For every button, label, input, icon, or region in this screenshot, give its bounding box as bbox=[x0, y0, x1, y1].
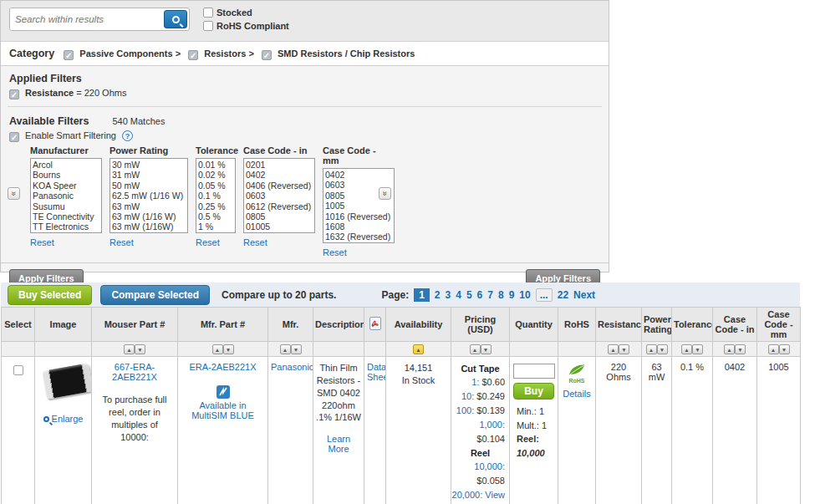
sort-asc-icon[interactable]: ▲ bbox=[470, 344, 481, 354]
category-item-smd[interactable]: SMD Resistors / Chip Resistors bbox=[278, 48, 415, 59]
buy-button[interactable]: Buy bbox=[513, 383, 554, 400]
filter-option[interactable]: TE Connectivity bbox=[33, 211, 99, 221]
price-qty-link[interactable]: 10,000: bbox=[474, 461, 505, 471]
page-link[interactable]: 9 bbox=[509, 289, 515, 301]
applied-filter-checkbox[interactable]: ✓ bbox=[9, 89, 19, 99]
help-icon[interactable]: ? bbox=[122, 130, 133, 141]
page-link[interactable]: 3 bbox=[446, 289, 451, 301]
filter-option[interactable]: TT Electronics bbox=[33, 221, 99, 232]
filter-option[interactable]: 0402 bbox=[325, 170, 392, 180]
category-item-passive[interactable]: Passive Components > bbox=[79, 48, 181, 59]
filter-option[interactable]: 63 mW (1/16 W) bbox=[112, 211, 186, 221]
sort-desc-icon[interactable]: ▼ bbox=[291, 344, 302, 354]
price-qty-link[interactable]: 1: bbox=[471, 377, 479, 387]
sort-desc-icon[interactable]: ▼ bbox=[735, 344, 746, 354]
page-link[interactable]: 8 bbox=[498, 289, 504, 301]
filter-option[interactable]: KOA Speer bbox=[33, 181, 99, 191]
filter-option[interactable]: 0.5 % bbox=[198, 211, 233, 221]
category-checkbox-smd[interactable]: ✓ bbox=[262, 50, 272, 60]
collapse-filters-right-icon[interactable]: » bbox=[379, 187, 391, 200]
filter-option[interactable]: 63 mW bbox=[112, 201, 186, 211]
filter-option[interactable]: Bourns bbox=[33, 170, 99, 180]
smart-filtering-checkbox[interactable]: ✓ bbox=[9, 132, 19, 142]
sort-asc-icon[interactable]: ▲ bbox=[608, 344, 619, 354]
page-link[interactable]: 7 bbox=[487, 289, 493, 301]
page-link[interactable]: 10 bbox=[519, 289, 530, 301]
price-qty-link[interactable]: 1,000: bbox=[479, 420, 505, 430]
sort-desc-icon[interactable]: ▼ bbox=[692, 344, 703, 354]
page-link[interactable]: 6 bbox=[477, 289, 483, 301]
sort-asc-icon[interactable]: ▲ bbox=[280, 344, 291, 354]
page-next-link[interactable]: Next bbox=[573, 289, 595, 301]
search-input[interactable] bbox=[10, 8, 162, 30]
reset-link[interactable]: Reset bbox=[30, 237, 54, 247]
filter-option[interactable]: 50 mW bbox=[112, 181, 186, 191]
sort-asc-icon[interactable]: ▲ bbox=[124, 344, 135, 354]
filter-option[interactable]: 30 mW bbox=[112, 160, 186, 170]
filter-option[interactable]: 1608 bbox=[325, 221, 392, 232]
filter-option[interactable]: 1 % bbox=[198, 221, 233, 232]
filter-option[interactable]: 0603 bbox=[246, 191, 313, 201]
filter-list-power-rating[interactable]: 30 mW 31 mW 50 mW 62.5 mW (1/16 W) 63 mW… bbox=[110, 158, 188, 233]
reset-link[interactable]: Reset bbox=[196, 237, 220, 247]
price-view-link[interactable]: View bbox=[485, 490, 505, 500]
row-select-checkbox[interactable] bbox=[13, 365, 23, 375]
filter-option[interactable]: 0.05 % bbox=[198, 181, 233, 191]
category-checkbox-passive[interactable]: ✓ bbox=[64, 50, 74, 60]
filter-option[interactable]: Susumu bbox=[33, 201, 99, 211]
rohs-compliant-checkbox[interactable] bbox=[203, 21, 213, 31]
category-checkbox-resistors[interactable]: ✓ bbox=[188, 50, 198, 60]
reset-link[interactable]: Reset bbox=[323, 247, 347, 257]
filter-option[interactable]: 0.01 % bbox=[198, 160, 233, 170]
filter-option[interactable]: 0805 bbox=[246, 211, 313, 221]
filter-option[interactable]: 0201 bbox=[246, 160, 313, 170]
filter-option[interactable]: 31 mW bbox=[112, 170, 186, 180]
filter-list-manufacturer[interactable]: Arcol Bourns KOA Speer Panasonic Susumu … bbox=[30, 158, 102, 233]
collapse-filters-left-icon[interactable]: » bbox=[8, 187, 20, 200]
part-image[interactable] bbox=[42, 363, 91, 399]
sort-desc-icon[interactable]: ▼ bbox=[135, 344, 145, 354]
price-qty-link[interactable]: 10: bbox=[461, 391, 474, 401]
price-qty-link[interactable]: 20,000: bbox=[452, 490, 483, 500]
learn-more-link[interactable]: Learn More bbox=[316, 434, 361, 454]
filter-option[interactable]: 1005 bbox=[325, 201, 392, 211]
price-qty-link[interactable]: 100: bbox=[456, 405, 474, 415]
page-link[interactable]: 2 bbox=[435, 289, 441, 301]
filter-option[interactable]: 1016 (Reversed) bbox=[325, 211, 392, 221]
search-button[interactable] bbox=[164, 10, 187, 28]
filter-option[interactable]: Arcol bbox=[33, 160, 99, 170]
reset-link[interactable]: Reset bbox=[110, 237, 134, 247]
sort-asc-icon[interactable]: ▲ bbox=[212, 344, 223, 354]
sort-desc-icon[interactable]: ▼ bbox=[619, 344, 629, 354]
datasheet-link[interactable]: Data Sheet bbox=[367, 362, 386, 382]
sort-desc-icon[interactable]: ▼ bbox=[779, 344, 790, 354]
stocked-checkbox[interactable] bbox=[203, 8, 213, 18]
page-link[interactable]: 5 bbox=[466, 289, 472, 301]
mfr-part-link[interactable]: ERA-2AEB221X bbox=[189, 362, 256, 372]
reset-link[interactable]: Reset bbox=[243, 237, 267, 247]
page-link-last[interactable]: 22 bbox=[558, 289, 568, 301]
filter-option[interactable]: 0.1 % bbox=[198, 191, 233, 201]
filter-list-case-code-in[interactable]: 0201 0402 0406 (Reversed) 0603 0612 (Rev… bbox=[243, 158, 315, 233]
filter-option[interactable]: 0.02 % bbox=[198, 170, 233, 180]
sort-asc-active-icon[interactable]: ▲ bbox=[413, 344, 424, 354]
sort-asc-icon[interactable]: ▲ bbox=[681, 344, 692, 354]
filter-option[interactable]: 0402 bbox=[246, 170, 313, 180]
enlarge-link[interactable]: Enlarge bbox=[43, 414, 84, 424]
filter-option[interactable]: 1632 (Reversed) bbox=[325, 232, 392, 242]
sort-asc-icon[interactable]: ▲ bbox=[768, 344, 779, 354]
mouser-part-link[interactable]: 667-ERA-2AEB221X bbox=[112, 362, 157, 382]
filter-option[interactable]: 01005 bbox=[246, 221, 313, 232]
category-item-resistors[interactable]: Resistors > bbox=[204, 48, 254, 59]
sort-asc-icon[interactable]: ▲ bbox=[646, 344, 657, 354]
buy-selected-button[interactable]: Buy Selected bbox=[8, 285, 92, 305]
rohs-details-link[interactable]: Details bbox=[563, 389, 591, 399]
filter-option[interactable]: 0.25 % bbox=[198, 201, 233, 211]
filter-option[interactable]: 0406 (Reversed) bbox=[246, 181, 313, 191]
filter-option[interactable]: Panasonic bbox=[33, 191, 99, 201]
filter-option[interactable]: 62.5 mW (1/16 W) bbox=[112, 191, 186, 201]
page-ellipsis[interactable]: ... bbox=[536, 288, 553, 302]
filter-option[interactable]: 0612 (Reversed) bbox=[246, 201, 313, 211]
quantity-input[interactable] bbox=[513, 364, 555, 379]
filter-option[interactable]: 63 mW (1/16W) bbox=[112, 221, 186, 232]
